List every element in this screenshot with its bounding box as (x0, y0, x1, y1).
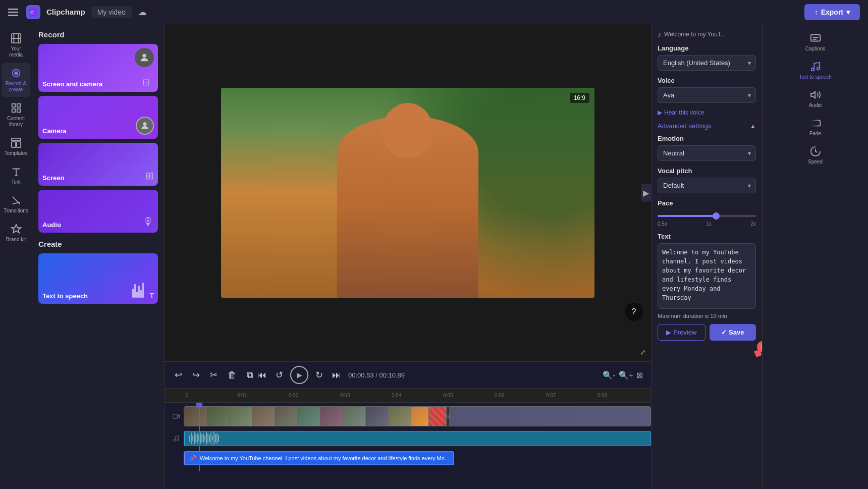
ruler-mark-0: 0 (184, 393, 235, 398)
ruler-mark-1: 0:01 (235, 393, 287, 398)
audio-card[interactable]: Audio 🎙 (38, 190, 158, 233)
library-icon (10, 102, 22, 114)
pace-slider[interactable] (658, 215, 756, 217)
screen-camera-card[interactable]: Screen and camera ⊡ (38, 44, 158, 92)
sidebar-label-content-library: Content library (4, 116, 28, 128)
vocal-pitch-select-wrapper: Default ▾ (658, 178, 756, 193)
help-button[interactable]: ? (625, 303, 643, 321)
sidebar-item-brand-kit[interactable]: Brand kit (2, 219, 30, 247)
right-panel-item-speed[interactable]: Speed (768, 141, 862, 169)
delete-button[interactable]: 🗑 (226, 368, 239, 383)
vocal-pitch-select[interactable]: Default (658, 178, 756, 193)
advanced-settings-label: Advanced settings (658, 122, 711, 130)
sidebar-item-templates[interactable]: Templates (2, 133, 30, 160)
zoom-controls: 🔍- 🔍+ ⊠ (603, 370, 643, 380)
zoom-in-button[interactable]: 🔍+ (619, 370, 633, 380)
svg-rect-8 (12, 104, 15, 107)
video-title[interactable]: My video (91, 6, 132, 18)
tts-label: Text to speech (42, 292, 88, 300)
brand-icon (10, 223, 22, 235)
right-panel-item-fade[interactable]: Fade (768, 113, 862, 140)
video-preview: 16:9 (221, 88, 594, 298)
tts-text-input[interactable]: Welcome to my YouTube channel. I post vi… (658, 243, 756, 309)
tts-track[interactable]: 📌 Welcome to my YouTube channel. I post … (184, 451, 454, 465)
svg-rect-14 (16, 142, 20, 147)
hear-voice-label: Hear this voice (664, 109, 704, 116)
action-buttons: ▶ Preview ✓ Save ☛ 3 (658, 324, 756, 341)
language-select[interactable]: English (United States) (658, 55, 756, 71)
export-button[interactable]: ↑ Export ▾ (804, 4, 860, 20)
preview-button[interactable]: ▶ Preview (658, 324, 706, 341)
sidebar-item-transitions[interactable]: Transitions (2, 190, 30, 218)
right-panel-item-audio[interactable]: Audio (768, 85, 862, 112)
svg-rect-12 (11, 138, 20, 141)
pace-max: 2x (750, 221, 756, 227)
sync-icon: ☁ (138, 7, 147, 18)
right-panel-item-captions[interactable]: Captions (768, 28, 862, 56)
tts-song-title: ♪ Welcome to my YouT... (658, 30, 756, 38)
video-track-row: ⊡ (169, 405, 651, 427)
zoom-out-button[interactable]: 🔍- (603, 370, 615, 380)
cut-button[interactable]: ✂ (208, 367, 220, 383)
play-button[interactable]: ▶ (290, 366, 308, 384)
sidebar-item-record-create[interactable]: Record &create (2, 63, 30, 97)
topbar-right: ↑ Export ▾ (804, 4, 860, 20)
advanced-settings-header[interactable]: Advanced settings ▲ (658, 122, 756, 130)
captions-icon (809, 32, 822, 44)
skip-back-button[interactable]: ⏮ (255, 368, 268, 383)
preview-label: Preview (673, 329, 696, 336)
video-track[interactable]: ⊡ (184, 406, 651, 426)
tts-settings-panel: ♪ Welcome to my YouT... Language English… (651, 24, 762, 489)
captions-label: Captions (805, 46, 825, 51)
right-panel-item-tts[interactable]: Text to speech (768, 57, 862, 84)
emotion-select[interactable]: Neutral (658, 145, 756, 161)
svg-rect-13 (11, 142, 15, 147)
audio-track-row (169, 429, 651, 447)
tts-song-title-text: Welcome to my YouT... (664, 31, 726, 38)
collapse-panel-button[interactable]: ▶ (641, 184, 651, 202)
svg-rect-11 (17, 109, 20, 112)
sidebar-label-brand-kit: Brand kit (6, 237, 26, 243)
pace-label: Pace (658, 199, 756, 207)
svg-point-16 (143, 122, 147, 126)
save-button[interactable]: ✓ Save (710, 324, 756, 341)
controls-left: ↩ ↪ ✂ 🗑 ⧉ (173, 367, 255, 383)
fit-button[interactable]: ⊠ (636, 370, 643, 380)
svg-text:C: C (30, 9, 34, 15)
language-select-wrapper: English (United States) ▾ (658, 55, 756, 71)
track-resize-handle[interactable]: ⊡ (447, 407, 449, 426)
voice-select[interactable]: Ava (658, 87, 756, 103)
ruler-mark-2: 0:02 (287, 393, 338, 398)
ruler-mark-5: 0:05 (441, 393, 493, 398)
redo-button[interactable]: ↪ (190, 367, 202, 383)
camera-card[interactable]: Camera (38, 96, 158, 139)
undo-button[interactable]: ↩ (173, 367, 184, 383)
ruler-mark-4: 0:04 (390, 393, 441, 398)
hear-voice-button[interactable]: ▶ Hear this voice (658, 109, 756, 116)
screen-card[interactable]: Screen ⊞ (38, 143, 158, 186)
pace-marks: 0.5x 1x 2x (658, 221, 756, 227)
play-icon: ▶ (658, 109, 662, 116)
audio-track[interactable] (184, 431, 651, 446)
tts-card[interactable]: Text to speech T (38, 253, 158, 304)
app-name: Clipchamp (46, 8, 85, 16)
video-area: 16:9 ? ⤢ ▶ ↩ ↪ ✂ 🗑 ⧉ ⏮ ↺ ▶ ↻ ⏭ (165, 24, 651, 489)
sidebar-item-content-library[interactable]: Content library (2, 98, 30, 132)
emotion-label: Emotion (658, 135, 756, 142)
svg-point-20 (177, 439, 179, 441)
emotion-select-wrapper: Neutral ▾ (658, 145, 756, 161)
playhead (199, 403, 200, 471)
rewind-button[interactable]: ↺ (274, 367, 285, 383)
sidebar-label-templates: Templates (5, 150, 28, 156)
forward-button[interactable]: ↻ (313, 367, 325, 383)
fullscreen-button[interactable]: ⤢ (640, 348, 646, 356)
menu-button[interactable] (8, 6, 20, 18)
sidebar-label-your-media: Your media (4, 46, 28, 58)
skip-forward-button[interactable]: ⏭ (330, 368, 343, 383)
sidebar-item-text[interactable]: Text (2, 161, 30, 189)
sidebar-item-your-media[interactable]: Your media (2, 28, 30, 62)
duplicate-button[interactable]: ⧉ (245, 368, 255, 383)
cursor-hint-3: ☛ 3 (753, 344, 762, 361)
tts-track-pin: 📌 (189, 455, 197, 462)
save-check-icon: ✓ (721, 329, 727, 336)
